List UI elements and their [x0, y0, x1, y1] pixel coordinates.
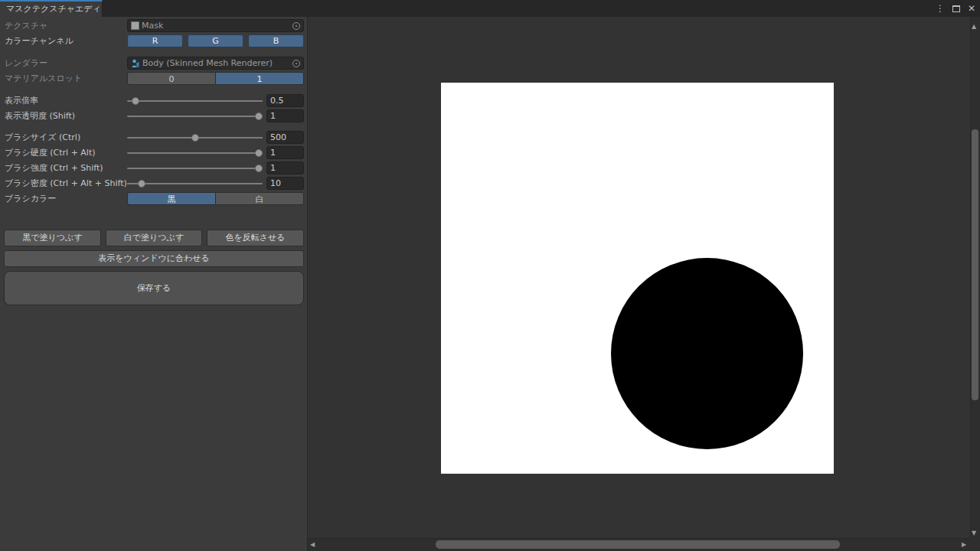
- fit-to-window-button[interactable]: 表示をウィンドウに合わせる: [4, 250, 304, 267]
- display-opacity-slider[interactable]: [127, 109, 263, 122]
- color-channel-label: カラーチャンネル: [5, 34, 74, 47]
- material-slot-label: マテリアルスロット: [5, 72, 82, 85]
- brush-hardness-label: ブラシ硬度 (Ctrl + Alt): [5, 146, 96, 159]
- close-icon[interactable]: ✕: [968, 3, 975, 14]
- material-slot-toggle: 0 1: [127, 72, 304, 85]
- texture-label: テクスチャ: [5, 19, 47, 32]
- scrollbar-corner: [970, 538, 980, 551]
- brush-strength-row: ブラシ強度 (Ctrl + Shift) 1: [0, 161, 307, 174]
- object-picker-icon[interactable]: [292, 60, 300, 67]
- slider-thumb[interactable]: [138, 180, 145, 187]
- slider-thumb[interactable]: [255, 112, 263, 120]
- texture-object-name: Mask: [142, 21, 292, 31]
- brush-color-black-button[interactable]: 黒: [128, 193, 215, 204]
- brush-strength-slider[interactable]: [127, 161, 263, 174]
- mask-texture-canvas[interactable]: [441, 83, 834, 474]
- display-opacity-label: 表示透明度 (Shift): [5, 109, 75, 122]
- display-scale-value[interactable]: 0.5: [266, 94, 304, 107]
- save-button[interactable]: 保存する: [4, 271, 304, 305]
- skinned-mesh-renderer-icon: [131, 59, 140, 68]
- slider-thumb[interactable]: [255, 165, 263, 172]
- slider-track: [127, 183, 263, 184]
- brush-hardness-value[interactable]: 1: [266, 146, 304, 159]
- channel-b-button[interactable]: B: [248, 34, 304, 47]
- channel-g-button[interactable]: G: [188, 34, 243, 47]
- brush-size-slider[interactable]: [127, 131, 263, 144]
- slider-thumb[interactable]: [191, 134, 199, 142]
- window-menu-icon[interactable]: ⋮: [936, 3, 945, 14]
- brush-color-label: ブラシカラー: [5, 192, 56, 205]
- brush-hardness-slider[interactable]: [127, 146, 263, 159]
- brush-size-label: ブラシサイズ (Ctrl): [5, 131, 80, 144]
- horizontal-scrollbar-thumb[interactable]: [436, 540, 840, 549]
- painted-circle: [611, 258, 803, 449]
- maximize-icon[interactable]: [952, 5, 960, 12]
- scroll-left-icon[interactable]: ◀: [310, 542, 315, 548]
- renderer-object-name: Body (Skinned Mesh Renderer): [142, 58, 292, 68]
- tab-bar: マスクテクスチャエディター ⋮ ✕: [0, 0, 980, 17]
- display-opacity-row: 表示透明度 (Shift) 1: [0, 109, 307, 122]
- display-opacity-value[interactable]: 1: [266, 109, 304, 122]
- display-scale-label: 表示倍率: [5, 94, 38, 107]
- object-picker-icon[interactable]: [292, 22, 300, 30]
- brush-hardness-row: ブラシ硬度 (Ctrl + Alt) 1: [0, 146, 307, 159]
- invert-color-button[interactable]: 色を反転させる: [207, 230, 304, 246]
- tab-mask-texture-editor[interactable]: マスクテクスチャエディター: [0, 0, 103, 17]
- fill-white-button[interactable]: 白で塗りつぶす: [106, 230, 202, 246]
- renderer-label: レンダラー: [5, 57, 47, 70]
- brush-color-toggle: 黒 白: [127, 192, 304, 205]
- display-scale-slider[interactable]: [127, 94, 263, 107]
- display-scale-row: 表示倍率 0.5: [0, 94, 307, 107]
- slider-track: [127, 100, 263, 102]
- brush-strength-value[interactable]: 1: [266, 161, 304, 174]
- material-slot-1-button[interactable]: 1: [215, 73, 303, 84]
- slider-thumb[interactable]: [132, 97, 139, 105]
- brush-size-row: ブラシサイズ (Ctrl) 500: [0, 131, 307, 144]
- texture-object-field[interactable]: Mask: [127, 19, 304, 32]
- slider-thumb[interactable]: [255, 149, 263, 157]
- brush-color-white-button[interactable]: 白: [215, 193, 303, 204]
- brush-strength-label: ブラシ強度 (Ctrl + Shift): [5, 161, 103, 174]
- vertical-scrollbar-thumb[interactable]: [972, 129, 978, 400]
- brush-density-row: ブラシ密度 (Ctrl + Alt + Shift) 10: [0, 177, 307, 190]
- texture-thumbnail-icon: [131, 21, 139, 30]
- brush-density-label: ブラシ密度 (Ctrl + Alt + Shift): [5, 177, 127, 190]
- channel-r-button[interactable]: R: [127, 34, 183, 47]
- brush-size-value[interactable]: 500: [266, 131, 304, 144]
- material-slot-0-button[interactable]: 0: [128, 73, 215, 84]
- renderer-object-field[interactable]: Body (Skinned Mesh Renderer): [127, 57, 304, 70]
- window-controls: ⋮ ✕: [936, 0, 975, 17]
- fill-black-button[interactable]: 黒で塗りつぶす: [4, 230, 101, 246]
- scroll-right-icon[interactable]: ▶: [962, 542, 966, 548]
- brush-density-value[interactable]: 10: [266, 177, 304, 190]
- scroll-down-icon[interactable]: ▼: [972, 530, 976, 536]
- slider-track: [127, 168, 263, 169]
- slider-track: [127, 152, 263, 154]
- scroll-up-icon[interactable]: ▲: [972, 24, 976, 30]
- settings-panel: テクスチャ Mask カラーチャンネル R G B レンダラー Body (Sk…: [0, 17, 307, 551]
- slider-track: [127, 116, 263, 117]
- brush-density-slider[interactable]: [127, 177, 263, 190]
